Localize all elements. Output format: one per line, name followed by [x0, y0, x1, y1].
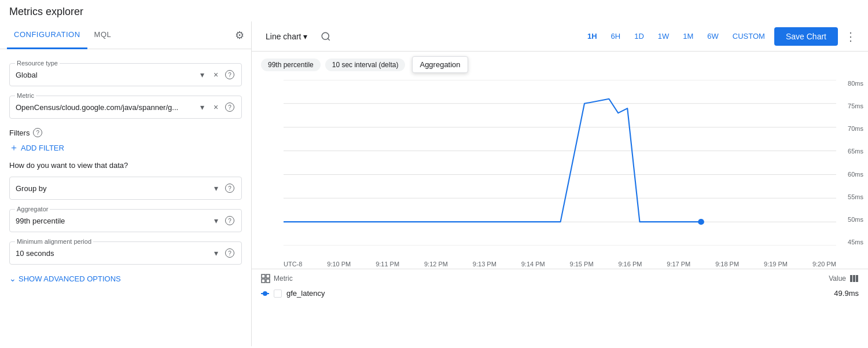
group-by-dropdown-icon[interactable]: ▾ — [210, 182, 222, 194]
add-filter-plus-icon: ＋ — [9, 142, 19, 154]
aggregator-dropdown-icon[interactable]: ▾ — [210, 215, 222, 226]
y-axis-label-80: 80ms — [848, 80, 863, 87]
x-axis-utc: UTC-8 — [284, 261, 302, 268]
svg-point-0 — [322, 32, 329, 39]
time-button-6h[interactable]: 6H — [606, 30, 626, 43]
resource-type-help[interactable]: ? — [225, 70, 234, 79]
metric-grid-icon — [261, 274, 270, 283]
alignment-period-value: 10 seconds — [16, 249, 210, 258]
add-filter-label: ADD FILTER — [21, 144, 64, 152]
x-axis-911: 9:11 PM — [376, 261, 399, 268]
metric-clear-icon[interactable]: × — [210, 101, 222, 113]
chart-filters: 99th percentile 10 sec interval (delta) … — [252, 52, 868, 78]
svg-rect-12 — [266, 274, 270, 278]
resource-type-select[interactable]: Global ▾ × ? — [9, 63, 242, 86]
filters-label: Filters — [9, 129, 30, 137]
y-axis-label-70: 70ms — [848, 125, 863, 132]
group-by-help-icon[interactable]: ? — [224, 182, 236, 194]
page-title: Metrics explorer — [0, 0, 868, 21]
y-axis-label-65: 65ms — [848, 148, 863, 155]
metric-group: Metric OpenCensus/cloud.google.com/java/… — [9, 96, 242, 119]
legend-checkbox[interactable] — [274, 290, 282, 298]
svg-line-1 — [328, 38, 330, 40]
aggregator-help[interactable]: ? — [225, 216, 234, 225]
svg-point-19 — [263, 291, 267, 296]
resource-type-dropdown-icon[interactable]: ▾ — [196, 69, 208, 80]
time-button-1d[interactable]: 1D — [630, 30, 649, 43]
view-question: How do you want to view that data? — [9, 161, 242, 170]
y-axis-label-55: 55ms — [848, 193, 863, 200]
metric-help[interactable]: ? — [225, 102, 234, 112]
metric-dropdown-icon[interactable]: ▾ — [196, 101, 208, 113]
left-panel: CONFIGURATION MQL ⚙ Resource type Global… — [0, 21, 252, 346]
legend-item: gfe_latency 49.9ms — [261, 287, 859, 300]
search-button[interactable] — [317, 27, 335, 46]
legend-columns-icon[interactable] — [849, 274, 859, 283]
x-axis-915: 9:15 PM — [570, 261, 594, 268]
time-button-1h[interactable]: 1H — [583, 30, 602, 43]
aggregator-help-icon[interactable]: ? — [224, 215, 236, 226]
legend-header: Metric Value — [261, 274, 859, 283]
legend-metric-value: 49.9ms — [834, 289, 859, 298]
svg-rect-13 — [262, 279, 265, 283]
legend-metric-name: gfe_latency — [286, 289, 829, 298]
group-by-help[interactable]: ? — [225, 184, 234, 193]
legend-value-header: Value — [829, 274, 846, 283]
tab-configuration[interactable]: CONFIGURATION — [7, 21, 87, 49]
save-chart-button[interactable]: Save Chart — [774, 27, 838, 46]
y-axis-label-45: 45ms — [848, 239, 863, 246]
alignment-period-dropdown-icon[interactable]: ▾ — [210, 247, 222, 259]
resource-type-clear-icon[interactable]: × — [210, 69, 222, 80]
alignment-period-help[interactable]: ? — [225, 248, 234, 258]
y-axis-label-50: 50ms — [848, 216, 863, 223]
time-button-1w[interactable]: 1W — [653, 30, 674, 43]
resource-type-group: Resource type Global ▾ × ? — [9, 63, 242, 86]
filters-section: Filters ? ＋ ADD FILTER — [9, 128, 242, 154]
tab-mql[interactable]: MQL — [87, 21, 119, 49]
legend-area: Metric Value — [252, 269, 868, 305]
metric-select[interactable]: OpenCensus/cloud.google.com/java/spanner… — [9, 96, 242, 119]
x-axis-918: 9:18 PM — [715, 261, 739, 268]
filter-chip-interval[interactable]: 10 sec interval (delta) — [325, 58, 406, 71]
svg-rect-16 — [853, 275, 855, 282]
x-axis-917: 9:17 PM — [667, 261, 690, 268]
tab-bar: CONFIGURATION MQL ⚙ — [0, 21, 251, 49]
time-button-1m[interactable]: 1M — [678, 30, 698, 43]
alignment-period-label: Minimum alignment period — [15, 238, 93, 245]
metric-label: Metric — [15, 92, 36, 99]
show-advanced-chevron-icon: ⌄ — [9, 274, 16, 283]
chart-type-button[interactable]: Line chart ▾ — [261, 28, 312, 45]
metric-help-icon[interactable]: ? — [224, 101, 236, 113]
y-axis-label-75: 75ms — [848, 102, 863, 109]
chart-area: 80ms 75ms 70ms 65ms 60ms 55ms 50ms 45ms — [252, 78, 868, 269]
resource-type-help-icon[interactable]: ? — [224, 69, 236, 80]
resource-type-label: Resource type — [15, 60, 60, 67]
x-axis-912: 9:12 PM — [424, 261, 448, 268]
time-button-custom[interactable]: CUSTOM — [728, 30, 770, 43]
group-by-group: Group by ▾ ? — [9, 177, 242, 200]
chart-type-label: Line chart — [266, 32, 301, 41]
add-filter-button[interactable]: ＋ ADD FILTER — [9, 142, 242, 154]
chart-svg — [284, 80, 836, 246]
show-advanced-label: SHOW ADVANCED OPTIONS — [19, 274, 121, 283]
filter-chip-percentile[interactable]: 99th percentile — [261, 58, 321, 71]
x-axis-914: 9:14 PM — [521, 261, 545, 268]
group-by-select[interactable]: Group by ▾ ? — [9, 177, 242, 200]
aggregation-popup[interactable]: Aggregation — [412, 56, 468, 73]
aggregator-select[interactable]: 99th percentile ▾ ? — [9, 209, 242, 232]
show-advanced-button[interactable]: ⌄ SHOW ADVANCED OPTIONS — [9, 274, 242, 283]
filters-help-icon[interactable]: ? — [33, 128, 42, 137]
alignment-period-select[interactable]: 10 seconds ▾ ? — [9, 241, 242, 265]
alignment-period-help-icon[interactable]: ? — [224, 247, 236, 259]
svg-rect-11 — [262, 274, 265, 278]
more-options-icon[interactable]: ⋮ — [843, 27, 859, 46]
chart-toolbar: Line chart ▾ 1H 6H 1D 1W 1M 6W CUSTOM Sa… — [252, 21, 868, 52]
x-axis-910: 9:10 PM — [327, 261, 351, 268]
x-axis-919: 9:19 PM — [764, 261, 788, 268]
time-button-6w[interactable]: 6W — [703, 30, 723, 43]
aggregator-label: Aggregator — [15, 206, 50, 213]
svg-rect-14 — [266, 279, 270, 283]
x-axis-913: 9:13 PM — [473, 261, 496, 268]
metric-value: OpenCensus/cloud.google.com/java/spanner… — [16, 103, 196, 112]
settings-icon[interactable]: ⚙ — [235, 29, 244, 42]
